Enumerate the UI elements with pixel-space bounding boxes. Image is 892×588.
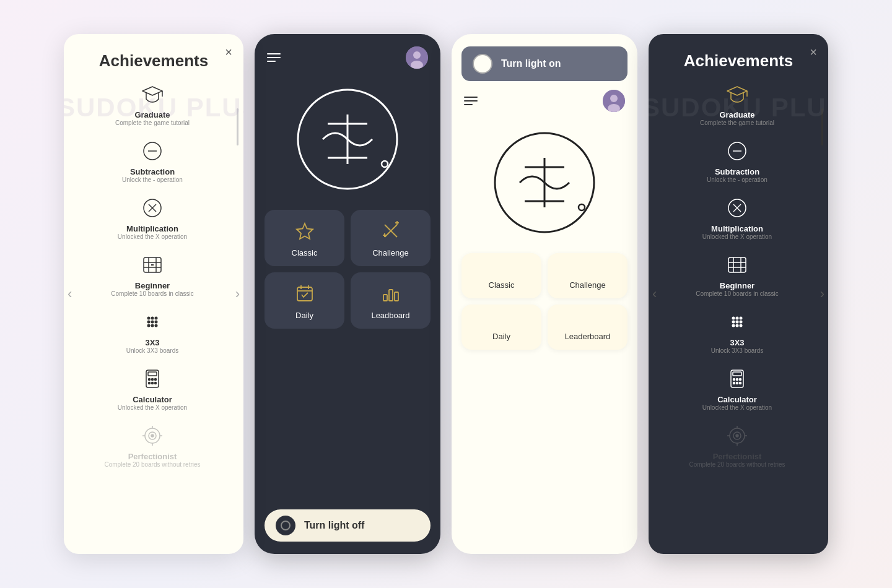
calculator-desc-dark: Unlocked the X operation [702, 404, 772, 411]
game-grid-light: Classic Challenge [461, 253, 627, 350]
calculator-icon-dark [724, 365, 751, 392]
calculator-name-light: Calculator [133, 395, 172, 404]
tile-classic-dark[interactable]: Classic [265, 210, 344, 266]
tile-classic-light[interactable]: Classic [461, 253, 541, 298]
svg-point-27 [155, 383, 157, 384]
tile-leaderboard-dark[interactable]: Leadboard [351, 272, 431, 329]
svg-point-12 [151, 317, 154, 320]
tile-leaderboard-label-light: Leaderboard [565, 332, 611, 341]
toggle-light-off[interactable]: Turn light off [265, 509, 431, 542]
tile-daily-label-light: Daily [492, 332, 510, 341]
multiplication-name-light: Multiplication [126, 224, 178, 233]
svg-point-25 [149, 383, 151, 384]
star-icon-dark [295, 221, 315, 243]
multiplication-desc-dark: Unlocked the X operation [702, 233, 772, 240]
tile-challenge-light[interactable]: Challenge [548, 253, 627, 298]
multiplication-icon-dark [724, 194, 751, 222]
svg-point-24 [155, 379, 157, 381]
beginner-desc-light: Complete 10 boards in classic [111, 290, 193, 297]
barchart-icon-dark [381, 283, 401, 306]
hamburger-icon-light[interactable] [464, 97, 478, 105]
phone-header-light [461, 90, 627, 112]
nav-left-light[interactable]: ‹ [68, 286, 72, 302]
achievements-panel-light: SUDOKU PLUS × Achievements ‹ › Graduate … [64, 34, 243, 554]
perfectionist-name-dark: Perfectionist [713, 452, 762, 461]
toggle-light-on-bar[interactable]: Turn light on [461, 46, 627, 81]
tile-daily-light[interactable]: Daily [461, 305, 541, 350]
svg-rect-56 [395, 292, 398, 301]
svg-point-94 [736, 321, 739, 324]
3x3-icon-dark [724, 308, 751, 335]
svg-rect-54 [383, 295, 387, 301]
svg-point-58 [610, 95, 618, 102]
subtraction-icon-light [139, 137, 166, 165]
avatar-dark[interactable] [406, 46, 428, 69]
subtraction-desc-dark: Unlock the - operation [707, 176, 767, 183]
svg-point-42 [382, 161, 388, 167]
tile-daily-dark[interactable]: Daily [265, 272, 344, 329]
tile-challenge-label-light: Challenge [569, 280, 606, 290]
svg-point-13 [155, 317, 158, 320]
svg-point-97 [736, 324, 739, 327]
tile-challenge-dark[interactable]: Challenge [351, 210, 431, 266]
subtraction-name-light: Subtraction [130, 167, 175, 176]
achievement-beginner-dark: Beginner Complete 10 boards in classic [658, 251, 816, 297]
phone-dark: Classic Challenge [255, 34, 440, 554]
nav-left-dark[interactable]: ‹ [652, 286, 657, 302]
svg-rect-50 [297, 287, 312, 301]
svg-point-15 [151, 321, 154, 324]
svg-point-36 [413, 51, 421, 59]
achievement-list-light: Graduate Complete the game tutorial Subt… [74, 80, 234, 542]
nav-right-dark[interactable]: › [820, 286, 824, 302]
beginner-name-light: Beginner [135, 281, 170, 290]
beginner-name-dark: Beginner [720, 281, 754, 290]
tile-classic-label-light: Classic [489, 280, 515, 290]
close-button-light[interactable]: × [225, 45, 232, 59]
svg-point-101 [733, 379, 735, 381]
svg-point-26 [152, 383, 154, 384]
toggle-knob-light [473, 54, 492, 74]
3x3-name-dark: 3X3 [730, 338, 744, 347]
bg-watermark-dark: SUDOKU PLUS [649, 93, 828, 123]
achievements-title-light: Achievements [99, 51, 208, 71]
svg-point-92 [740, 317, 743, 320]
toggle-label-light-on: Turn light on [501, 58, 561, 69]
svg-point-30 [151, 435, 154, 437]
bg-watermark-light: SUDOKU PLUS [64, 93, 243, 123]
nav-right-light[interactable]: › [235, 286, 240, 302]
achievement-perfectionist-light: Perfectionist Complete 20 boards without… [74, 422, 231, 468]
svg-point-95 [740, 321, 743, 324]
perfectionist-icon-dark [724, 422, 751, 449]
svg-rect-85 [728, 257, 746, 272]
logo-light [483, 121, 606, 244]
hamburger-icon-dark[interactable] [267, 53, 281, 62]
tile-leaderboard-light[interactable]: Leaderboard [548, 305, 627, 350]
achievement-calculator-light: Calculator Unlocked the X operation [74, 365, 231, 411]
achievement-subtraction-dark: Subtraction Unlock the - operation [658, 137, 816, 183]
achievement-multiplication-dark: Multiplication Unlocked the X operation [658, 194, 816, 240]
svg-point-103 [740, 379, 741, 381]
multiplication-desc-light: Unlocked the X operation [118, 233, 187, 240]
subtraction-desc-light: Unlock the - operation [122, 176, 183, 183]
calculator-icon-light [139, 365, 166, 392]
svg-point-17 [147, 324, 151, 327]
svg-point-91 [736, 317, 739, 320]
achievement-3x3-light: 3X3 Unlock 3X3 boards [74, 308, 231, 354]
svg-point-109 [736, 435, 738, 437]
tile-challenge-label-dark: Challenge [372, 248, 409, 257]
achievement-subtraction-light: Subtraction Unlock the - operation [74, 137, 231, 183]
svg-point-23 [152, 379, 154, 381]
svg-point-18 [151, 324, 154, 327]
achievement-3x3-dark: 3X3 Unlock 3X3 boards [658, 308, 816, 354]
tile-leadboard-label-dark: Leadboard [371, 311, 409, 320]
calculator-desc-light: Unlocked the X operation [118, 404, 187, 411]
svg-point-64 [579, 204, 585, 210]
swords-icon-dark [381, 221, 401, 243]
close-button-dark[interactable]: × [810, 45, 817, 59]
3x3-icon-light [139, 308, 166, 335]
beginner-icon-light [139, 251, 166, 279]
svg-point-90 [732, 317, 735, 320]
achievement-beginner-light: Beginner Complete 10 boards in classic [74, 251, 231, 297]
avatar-light[interactable] [603, 90, 625, 112]
svg-point-98 [740, 324, 743, 327]
